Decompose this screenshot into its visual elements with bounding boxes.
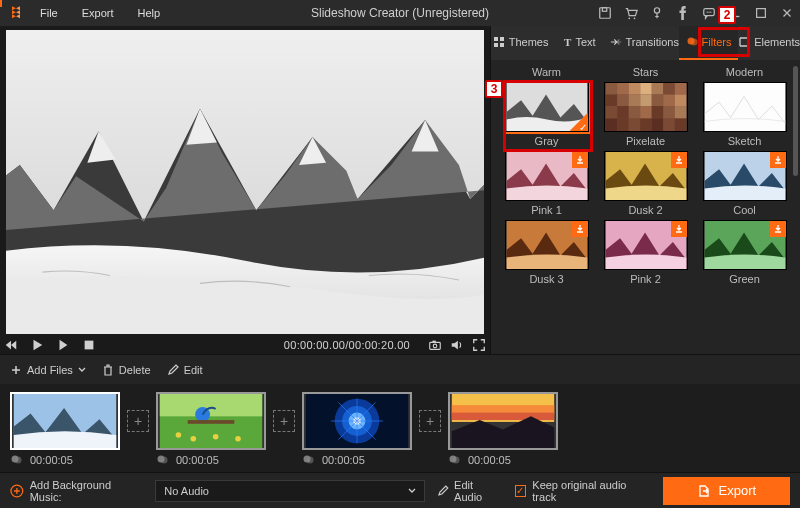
svg-rect-27 <box>640 83 652 95</box>
svg-rect-63 <box>160 394 262 416</box>
preview-viewport[interactable] <box>6 30 484 334</box>
svg-point-14 <box>433 344 437 348</box>
app-logo-icon <box>8 5 24 21</box>
svg-rect-36 <box>663 95 675 107</box>
save-icon[interactable] <box>598 6 612 20</box>
play-icon[interactable] <box>56 338 70 352</box>
transition-slot[interactable]: + <box>418 392 442 450</box>
svg-rect-13 <box>430 342 441 349</box>
fullscreen-icon[interactable] <box>472 338 486 352</box>
filter-label: Cool <box>733 204 756 216</box>
svg-point-2 <box>628 17 630 19</box>
svg-rect-42 <box>651 106 663 118</box>
export-button[interactable]: Export <box>663 477 790 505</box>
filter-label: Dusk 3 <box>529 273 563 285</box>
svg-point-3 <box>634 17 636 19</box>
add-files-button[interactable]: Add Files <box>10 364 86 376</box>
svg-point-67 <box>191 436 197 442</box>
menu-file[interactable]: File <box>30 5 68 21</box>
menu-help[interactable]: Help <box>128 5 171 21</box>
svg-rect-41 <box>640 106 652 118</box>
volume-icon[interactable] <box>450 338 464 352</box>
svg-rect-15 <box>432 341 436 343</box>
transition-slot[interactable]: + <box>126 392 150 450</box>
side-panel: Themes TText Transitions Filters Element… <box>490 26 800 354</box>
callout-number-2: 2 <box>718 6 736 24</box>
filter-label: Pink 1 <box>531 204 562 216</box>
player-controls: 00:00:00.00/00:00:20.00 <box>0 334 490 354</box>
bottom-bar: Add Background Music: No Audio Edit Audi… <box>0 472 800 508</box>
delete-button[interactable]: Delete <box>102 364 151 376</box>
rewind-icon[interactable] <box>4 338 18 352</box>
filter-pixelate[interactable] <box>604 82 688 132</box>
keep-original-audio-checkbox[interactable]: ✓ Keep original audio track <box>515 479 651 503</box>
chevron-down-icon <box>408 487 416 495</box>
filter-label: Pink 2 <box>630 273 661 285</box>
clip-duration: 00:00:05 <box>176 454 219 466</box>
filter-applied-icon <box>10 454 22 466</box>
svg-rect-25 <box>617 83 629 95</box>
svg-rect-31 <box>605 95 617 107</box>
tab-elements[interactable]: Elements <box>738 26 800 60</box>
add-background-music-button[interactable]: Add Background Music: <box>10 479 143 503</box>
cart-icon[interactable] <box>624 6 638 20</box>
panel-scrollbar[interactable] <box>793 66 798 176</box>
close-icon[interactable] <box>780 6 794 20</box>
filter-cool[interactable] <box>703 151 787 201</box>
svg-rect-29 <box>663 83 675 95</box>
timeline-clip[interactable]: 00:00:05 <box>156 392 266 466</box>
facebook-icon[interactable] <box>676 6 690 20</box>
title-bar: File Export Help Slideshow Creator (Unre… <box>0 0 800 26</box>
filter-label: Warm <box>503 66 590 78</box>
filter-green[interactable] <box>703 220 787 270</box>
filter-pink-1[interactable] <box>505 151 589 201</box>
transition-slot[interactable]: + <box>272 392 296 450</box>
filter-label: Dusk 2 <box>628 204 662 216</box>
timeline-clip[interactable]: 00:00:05 <box>10 392 120 466</box>
menu-export[interactable]: Export <box>72 5 124 21</box>
svg-rect-19 <box>500 43 504 47</box>
svg-rect-26 <box>628 83 640 95</box>
timeline-clip[interactable]: 00:00:05 <box>448 392 558 466</box>
filter-pink-2[interactable] <box>604 220 688 270</box>
svg-rect-49 <box>651 119 663 131</box>
svg-rect-18 <box>494 43 498 47</box>
filter-gray[interactable] <box>505 82 589 132</box>
svg-point-8 <box>710 11 711 12</box>
timeline-clip[interactable]: 00:00:05 <box>302 392 412 466</box>
svg-point-69 <box>235 436 241 442</box>
tab-filters[interactable]: Filters <box>679 26 738 60</box>
edit-audio-button[interactable]: Edit Audio <box>437 479 502 503</box>
stop-icon[interactable] <box>82 338 96 352</box>
filter-label: Sketch <box>728 135 762 147</box>
tab-text[interactable]: TText <box>550 26 609 60</box>
svg-rect-65 <box>188 420 235 424</box>
filter-applied-icon <box>302 454 314 466</box>
filter-sketch[interactable] <box>703 82 787 132</box>
clip-duration: 00:00:05 <box>322 454 365 466</box>
audio-select[interactable]: No Audio <box>155 480 425 502</box>
svg-point-87 <box>453 457 460 464</box>
feedback-icon[interactable] <box>702 6 716 20</box>
clip-duration: 00:00:05 <box>30 454 73 466</box>
svg-rect-40 <box>628 106 640 118</box>
svg-rect-16 <box>494 37 498 41</box>
svg-rect-48 <box>640 119 652 131</box>
tab-themes[interactable]: Themes <box>491 26 550 60</box>
svg-rect-43 <box>663 106 675 118</box>
filter-applied-icon <box>156 454 168 466</box>
svg-rect-17 <box>500 37 504 41</box>
filter-dusk-2[interactable] <box>604 151 688 201</box>
svg-rect-47 <box>628 119 640 131</box>
filter-dusk-3[interactable] <box>505 220 589 270</box>
key-icon[interactable] <box>650 6 664 20</box>
tab-transitions[interactable]: Transitions <box>610 26 679 60</box>
svg-rect-37 <box>674 95 686 107</box>
svg-rect-39 <box>617 106 629 118</box>
play-preview-icon[interactable] <box>30 338 44 352</box>
maximize-icon[interactable] <box>754 6 768 20</box>
svg-rect-44 <box>674 106 686 118</box>
filter-label: Green <box>729 273 760 285</box>
snapshot-icon[interactable] <box>428 338 442 352</box>
edit-button[interactable]: Edit <box>167 364 203 376</box>
